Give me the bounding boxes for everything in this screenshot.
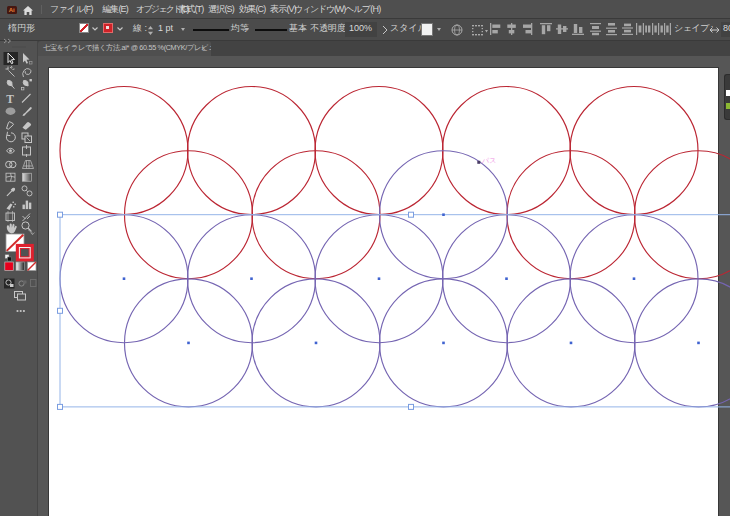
svg-text:T: T <box>6 93 14 105</box>
svg-text:パス: パス <box>481 157 496 164</box>
